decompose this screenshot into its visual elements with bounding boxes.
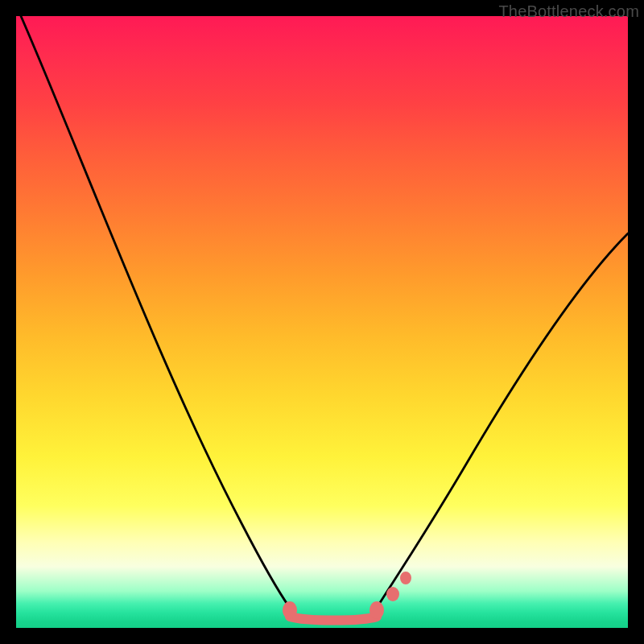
trough-dot-4 [400, 572, 411, 584]
watermark-text: TheBottleneck.com [498, 2, 639, 21]
trough-dot-right [369, 601, 384, 619]
trough-dot-3 [386, 587, 399, 601]
bottleneck-curve [16, 16, 628, 628]
trough-dot-left [283, 601, 297, 619]
plot-area [16, 16, 628, 628]
curve-path [21, 16, 628, 612]
trough-path [290, 617, 377, 621]
chart-frame: TheBottleneck.com [0, 0, 644, 644]
